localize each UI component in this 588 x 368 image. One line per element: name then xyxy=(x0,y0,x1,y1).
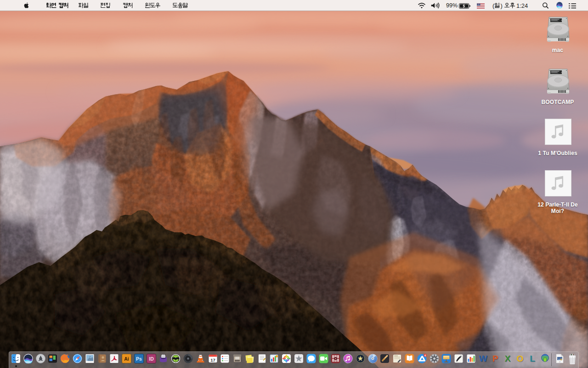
svg-text:Ps: Ps xyxy=(136,356,142,362)
svg-text:Ai: Ai xyxy=(124,356,129,362)
svg-text:rtf: rtf xyxy=(559,361,560,363)
svg-text:L: L xyxy=(530,354,535,363)
svg-text:X: X xyxy=(505,354,511,363)
svg-text:ID: ID xyxy=(149,356,154,362)
svg-text:17: 17 xyxy=(210,357,215,362)
svg-text:O: O xyxy=(517,354,524,363)
svg-text:W: W xyxy=(479,354,487,363)
svg-text:P: P xyxy=(492,354,498,363)
